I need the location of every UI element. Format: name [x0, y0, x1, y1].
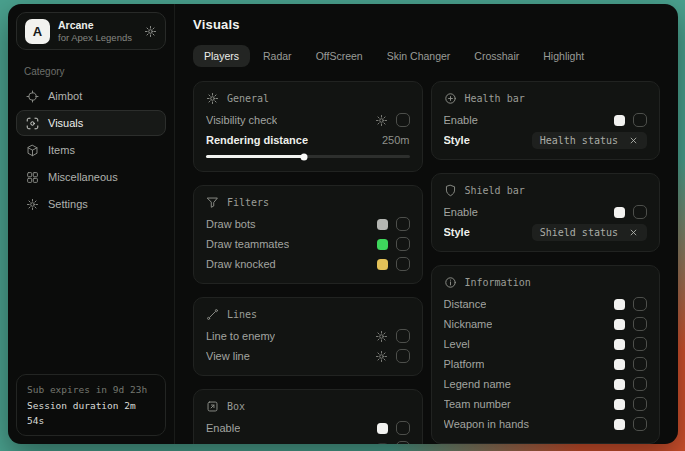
style-select[interactable]: Health status [532, 132, 647, 149]
health-icon [444, 92, 457, 105]
panel-title: Health bar [465, 93, 525, 104]
scan-eye-icon [26, 117, 39, 130]
tab-offscreen[interactable]: OffScreen [305, 45, 374, 67]
shield-icon [444, 184, 457, 197]
tab-crosshair[interactable]: Crosshair [463, 45, 530, 67]
gear-icon[interactable] [375, 350, 388, 363]
setting-label: Draw teammates [206, 238, 289, 250]
color-swatch[interactable] [614, 115, 625, 126]
setting-controls [614, 113, 647, 127]
checkbox[interactable] [633, 337, 647, 351]
checkbox[interactable] [633, 417, 647, 431]
color-swatch[interactable] [614, 359, 625, 370]
checkbox[interactable] [396, 349, 410, 363]
tab-highlight[interactable]: Highlight [532, 45, 595, 67]
tab-skin-changer[interactable]: Skin Changer [376, 45, 462, 67]
color-swatch[interactable] [614, 419, 625, 430]
panel-title: Filters [227, 197, 269, 208]
setting-row-line-to-enemy: Line to enemy [206, 326, 410, 346]
slider-thumb[interactable] [300, 153, 307, 160]
page-title: Visuals [193, 17, 660, 32]
setting-label: Team number [444, 398, 511, 410]
box-icon [206, 400, 219, 413]
checkbox[interactable] [633, 205, 647, 219]
color-swatch[interactable] [614, 379, 625, 390]
sidebar-item-items[interactable]: Items [16, 137, 166, 163]
sidebar-item-visuals[interactable]: Visuals [16, 110, 166, 136]
checkbox[interactable] [396, 421, 410, 435]
sidebar-item-aimbot[interactable]: Aimbot [16, 83, 166, 109]
color-swatch[interactable] [614, 207, 625, 218]
gear-icon [206, 92, 219, 105]
setting-controls: 250m [382, 134, 410, 146]
checkbox[interactable] [396, 113, 410, 127]
sidebar: A Arcane for Apex Legends Category Aimbo… [8, 4, 175, 444]
slider-fill [206, 155, 304, 158]
x-icon[interactable] [628, 135, 639, 146]
checkbox[interactable] [633, 297, 647, 311]
color-swatch[interactable] [614, 339, 625, 350]
panel-columns: GeneralVisibility checkRendering distanc… [193, 81, 660, 444]
brand-card: A Arcane for Apex Legends [16, 12, 166, 50]
panel-title: Lines [227, 309, 257, 320]
gear-icon[interactable] [375, 114, 388, 127]
color-swatch[interactable] [377, 239, 388, 250]
setting-label: Style [444, 226, 470, 238]
subscription-card: Sub expires in 9d 23h Session duration 2… [16, 374, 166, 436]
color-swatch[interactable] [377, 259, 388, 270]
panel-header: Shield bar [444, 182, 648, 199]
setting-controls [614, 357, 647, 371]
checkbox[interactable] [396, 441, 410, 444]
setting-controls [614, 417, 647, 431]
style-select[interactable]: Shield status [532, 224, 647, 241]
checkbox[interactable] [633, 113, 647, 127]
checkbox[interactable] [633, 397, 647, 411]
tab-players[interactable]: Players [193, 45, 250, 67]
color-swatch[interactable] [614, 319, 625, 330]
checkbox[interactable] [633, 317, 647, 331]
color-swatch[interactable] [614, 399, 625, 410]
color-swatch[interactable] [377, 423, 388, 434]
setting-controls [614, 377, 647, 391]
checkbox[interactable] [633, 377, 647, 391]
gear-icon [26, 198, 39, 211]
panel-health-bar: Health barEnableStyleHealth status [431, 81, 661, 160]
setting-controls [614, 297, 647, 311]
sidebar-item-label: Miscellaneous [48, 171, 118, 183]
setting-label: Nickname [444, 318, 493, 330]
category-label: Category [24, 66, 158, 77]
setting-label: Enable [444, 114, 478, 126]
sidebar-item-miscellaneous[interactable]: Miscellaneous [16, 164, 166, 190]
checkbox[interactable] [396, 237, 410, 251]
checkbox[interactable] [396, 257, 410, 271]
slider-rendering-distance[interactable] [206, 155, 410, 158]
left-column: GeneralVisibility checkRendering distanc… [193, 81, 423, 444]
panel-header: General [206, 90, 410, 107]
color-swatch[interactable] [377, 443, 388, 445]
panel-information: InformationDistanceNicknameLevelPlatform… [431, 265, 661, 444]
setting-label: Distance [444, 298, 487, 310]
setting-controls [375, 113, 410, 127]
setting-row-team-number: Team number [444, 394, 648, 414]
checkbox[interactable] [633, 357, 647, 371]
gear-icon[interactable] [375, 330, 388, 343]
sidebar-item-settings[interactable]: Settings [16, 191, 166, 217]
color-swatch[interactable] [614, 299, 625, 310]
x-icon[interactable] [628, 227, 639, 238]
panel-box: BoxEnableEnable background [193, 389, 423, 444]
panel-header: Filters [206, 194, 410, 211]
tab-radar[interactable]: Radar [252, 45, 303, 67]
checkbox[interactable] [396, 217, 410, 231]
package-icon [26, 144, 39, 157]
main-content: Visuals PlayersRadarOffScreenSkin Change… [175, 4, 678, 444]
checkbox[interactable] [396, 329, 410, 343]
panel-header: Box [206, 398, 410, 415]
setting-row-enable: Enable [206, 418, 410, 438]
color-swatch[interactable] [377, 219, 388, 230]
setting-controls [377, 421, 410, 435]
funnel-icon [206, 196, 219, 209]
settings-gear-icon[interactable] [144, 25, 157, 38]
setting-row-nickname: Nickname [444, 314, 648, 334]
setting-label: Draw bots [206, 218, 256, 230]
select-value: Health status [540, 135, 618, 146]
